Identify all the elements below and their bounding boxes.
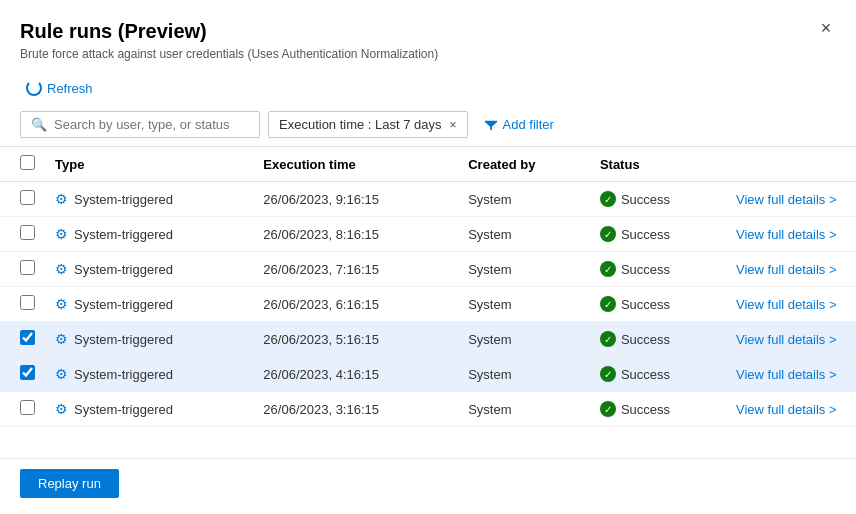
row-checkbox[interactable] [20,330,35,345]
success-icon: ✓ [600,296,616,312]
gear-icon: ⚙ [55,331,68,347]
filter-bar: 🔍 Execution time : Last 7 days × Add fil… [0,105,856,147]
select-all-checkbox[interactable] [20,155,35,170]
row-checkbox[interactable] [20,365,35,380]
replay-run-button[interactable]: Replay run [20,469,119,498]
row-type-cell: ⚙System-triggered [45,392,253,427]
row-checkbox-cell [0,252,45,287]
row-created-by-cell: System [458,287,590,322]
table-row: ⚙System-triggered26/06/2023, 7:16:15Syst… [0,252,856,287]
row-link-cell: View full details > [726,287,856,322]
dialog-subtitle: Brute force attack against user credenti… [20,47,836,61]
search-icon: 🔍 [31,117,47,132]
status-label: Success [621,402,670,417]
row-type-cell: ⚙System-triggered [45,252,253,287]
type-label: System-triggered [74,332,173,347]
header-created-by: Created by [458,147,590,182]
header-execution-time: Execution time [253,147,458,182]
status-label: Success [621,227,670,242]
refresh-button[interactable]: Refresh [20,77,99,99]
type-label: System-triggered [74,297,173,312]
table-row: ⚙System-triggered26/06/2023, 4:16:15Syst… [0,357,856,392]
table-header-row: Type Execution time Created by Status [0,147,856,182]
search-input[interactable] [54,117,249,132]
gear-icon: ⚙ [55,191,68,207]
footer: Replay run [0,458,856,514]
row-execution-time-cell: 26/06/2023, 8:16:15 [253,217,458,252]
row-execution-time-cell: 26/06/2023, 6:16:15 [253,287,458,322]
row-execution-time-cell: 26/06/2023, 7:16:15 [253,252,458,287]
row-type-cell: ⚙System-triggered [45,217,253,252]
row-checkbox[interactable] [20,225,35,240]
table-row: ⚙System-triggered26/06/2023, 9:16:15Syst… [0,182,856,217]
status-label: Success [621,262,670,277]
row-checkbox[interactable] [20,190,35,205]
row-checkbox-cell [0,357,45,392]
row-status-cell: ✓Success [590,182,726,217]
add-filter-button[interactable]: Add filter [476,113,562,136]
row-link-cell: View full details > [726,322,856,357]
row-execution-time-cell: 26/06/2023, 5:16:15 [253,322,458,357]
rule-runs-dialog: Rule runs (Preview) Brute force attack a… [0,0,856,514]
table-row: ⚙System-triggered26/06/2023, 8:16:15Syst… [0,217,856,252]
view-full-details-link[interactable]: View full details > [736,227,837,242]
row-status-cell: ✓Success [590,252,726,287]
row-created-by-cell: System [458,182,590,217]
row-status-cell: ✓Success [590,217,726,252]
view-full-details-link[interactable]: View full details > [736,402,837,417]
gear-icon: ⚙ [55,401,68,417]
header-checkbox-col [0,147,45,182]
row-link-cell: View full details > [726,357,856,392]
dialog-title: Rule runs (Preview) [20,18,836,44]
row-status-cell: ✓Success [590,392,726,427]
row-checkbox[interactable] [20,260,35,275]
row-link-cell: View full details > [726,252,856,287]
row-type-cell: ⚙System-triggered [45,182,253,217]
row-checkbox-cell [0,182,45,217]
row-created-by-cell: System [458,217,590,252]
gear-icon: ⚙ [55,296,68,312]
view-full-details-link[interactable]: View full details > [736,297,837,312]
row-checkbox-cell [0,392,45,427]
row-link-cell: View full details > [726,392,856,427]
row-link-cell: View full details > [726,182,856,217]
view-full-details-link[interactable]: View full details > [736,262,837,277]
dialog-header: Rule runs (Preview) Brute force attack a… [0,0,856,69]
type-label: System-triggered [74,192,173,207]
gear-icon: ⚙ [55,226,68,242]
row-checkbox[interactable] [20,295,35,310]
table-row: ⚙System-triggered26/06/2023, 5:16:15Syst… [0,322,856,357]
row-type-cell: ⚙System-triggered [45,357,253,392]
row-checkbox[interactable] [20,400,35,415]
type-label: System-triggered [74,367,173,382]
view-full-details-link[interactable]: View full details > [736,332,837,347]
type-label: System-triggered [74,262,173,277]
close-button[interactable]: × [812,14,840,42]
view-full-details-link[interactable]: View full details > [736,192,837,207]
refresh-icon [26,80,42,96]
success-icon: ✓ [600,261,616,277]
toolbar: Refresh [0,69,856,105]
success-icon: ✓ [600,191,616,207]
row-execution-time-cell: 26/06/2023, 4:16:15 [253,357,458,392]
chip-close-button[interactable]: × [450,118,457,132]
status-label: Success [621,332,670,347]
row-created-by-cell: System [458,252,590,287]
table-row: ⚙System-triggered26/06/2023, 6:16:15Syst… [0,287,856,322]
row-checkbox-cell [0,287,45,322]
view-full-details-link[interactable]: View full details > [736,367,837,382]
gear-icon: ⚙ [55,261,68,277]
row-checkbox-cell [0,322,45,357]
row-created-by-cell: System [458,357,590,392]
status-label: Success [621,297,670,312]
filter-icon [484,118,498,132]
row-status-cell: ✓Success [590,322,726,357]
status-label: Success [621,367,670,382]
row-execution-time-cell: 26/06/2023, 9:16:15 [253,182,458,217]
success-icon: ✓ [600,331,616,347]
search-box: 🔍 [20,111,260,138]
row-status-cell: ✓Success [590,357,726,392]
gear-icon: ⚙ [55,366,68,382]
row-execution-time-cell: 26/06/2023, 3:16:15 [253,392,458,427]
row-status-cell: ✓Success [590,287,726,322]
